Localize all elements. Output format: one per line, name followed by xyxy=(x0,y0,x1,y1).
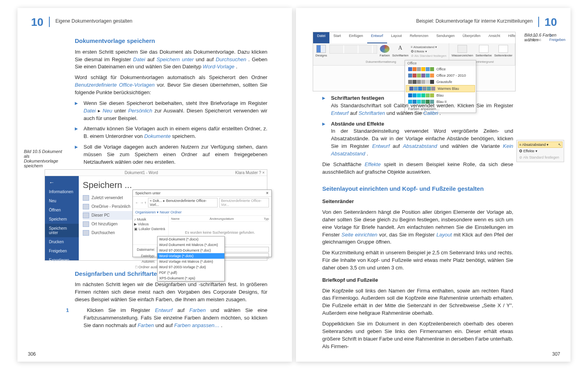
page-borders-button[interactable]: Seitenränder xyxy=(494,45,512,57)
running-head-right: Beispiel: Dokumentvorlage für interne Ku… xyxy=(310,17,557,28)
ribbon-tab[interactable]: Hilfe xyxy=(504,32,519,43)
set-as-default-button: ⊘ Als Standard festlegen xyxy=(518,154,563,161)
screenshot-save-as: Dokument1 - Word Klara Muster ? × ← Info… xyxy=(45,169,267,261)
ribbon-tab[interactable]: Entwurf xyxy=(367,32,387,43)
ribbon-tab[interactable]: Start xyxy=(329,32,345,43)
backstage-item[interactable]: Speichern xyxy=(45,215,79,224)
backstage-item[interactable]: Drucken xyxy=(45,237,79,246)
list-item: Soll die Vorlage dagegen auch anderen Nu… xyxy=(75,143,267,166)
effects-button[interactable]: ✪ Effekte ▾ xyxy=(518,148,563,154)
close-icon[interactable]: ✕ xyxy=(266,191,269,195)
book-spread: 10 Eigene Dokumentvorlagen gestalten Dok… xyxy=(0,0,588,370)
ribbon-tab[interactable]: Layout xyxy=(387,32,406,43)
backstage-item[interactable]: Exportieren xyxy=(45,256,79,265)
dialog-titlebar: Speichern unter✕ xyxy=(133,190,271,197)
breadcrumb-bar: ← → ↑ « Dok... ▸ Benutzerdefinierte Offi… xyxy=(133,197,271,209)
page-color-button[interactable]: Seitenfarbe xyxy=(475,45,492,57)
paragraph: Die Kopfzeile soll links den Namen der F… xyxy=(322,287,513,317)
screenshot-spacing-buttons: ≡ Absatzabstand ▾↖ ✪ Effekte ▾ ⊘ Als Sta… xyxy=(516,140,564,162)
paragraph: Die Kurzmitteilung erhält in unserem Bei… xyxy=(322,249,513,272)
heading-page-layout: Seitenlayout einrichten und Kopf- und Fu… xyxy=(322,184,513,193)
list-item: Wenn Sie diesen Speicherort beibehalten,… xyxy=(75,100,267,122)
heading-save-template: Dokumentvorlage speichern xyxy=(75,37,267,45)
style-gallery[interactable] xyxy=(329,45,377,54)
header-rule xyxy=(49,17,50,27)
panel-title: Speichern ... xyxy=(83,180,263,190)
content-left: Dokumentvorlage speichern Im ersten Schr… xyxy=(75,37,267,166)
running-head-left: 10 Eigene Dokumentvorlagen gestalten xyxy=(31,17,278,28)
paragraph: Word schlägt für Dokumentvorlagen automa… xyxy=(75,74,267,97)
paragraph: Im nächsten Schritt legen wir die Design… xyxy=(75,281,267,304)
filetype-option[interactable]: Word 97-2003-Dokument (*.doc) xyxy=(158,248,224,253)
running-title: Eigene Dokumentvorlagen gestalten xyxy=(55,17,132,24)
filetype-option[interactable]: Word-Dokument (*.docx) xyxy=(158,236,224,242)
backstage-sidebar: ← InformationenNeuÖffnenSpeichernSpeiche… xyxy=(45,176,79,260)
color-theme-item[interactable]: Office 2007 - 2010 xyxy=(405,72,476,79)
dialog-toolbar[interactable]: Organisieren ▾ Neuer Ordner xyxy=(133,209,271,216)
ribbon-tab[interactable]: Referenzen xyxy=(406,32,432,43)
margin-caption-10-5: Bild 10.5 Dokument als Dokumentvorlage s… xyxy=(24,149,64,168)
ribbon-tabs[interactable]: DateiStartEinfügenEntwurfLayoutReferenze… xyxy=(313,32,515,43)
list-item: Abstände und Effekte In der Standardeins… xyxy=(322,120,513,158)
list-item: Alternativ können Sie Vorlagen auch in e… xyxy=(75,125,267,140)
running-title: Beispiel: Dokumentvorlage für interne Ku… xyxy=(416,17,533,24)
color-theme-item[interactable]: Warmes Blau xyxy=(406,85,475,92)
paragraph: Doppelklicken Sie im Dokument in den Kop… xyxy=(322,320,513,350)
watermark-button[interactable]: Wasserzeichen xyxy=(452,45,473,57)
backstage-item[interactable]: Speichern unter xyxy=(45,224,79,237)
page-left: 10 Eigene Dokumentvorlagen gestalten Dok… xyxy=(18,8,292,362)
designs-button[interactable]: Designs xyxy=(315,45,327,57)
backstage-item[interactable]: Neu xyxy=(45,196,79,205)
fonts-button[interactable]: ASchriftarten xyxy=(392,45,409,57)
filetype-option[interactable]: Word-Vorlage (*.dotx) xyxy=(158,253,224,259)
spacing-effects-links[interactable]: ≡ Absatzabstand ▾ ✪ Effekte ▾ ⊘ Als Stan… xyxy=(411,45,446,58)
backstage-item[interactable]: Öffnen xyxy=(45,205,79,215)
colors-button[interactable]: Farben xyxy=(380,45,389,57)
page-number: 306 xyxy=(28,351,36,357)
paragraph-spacing-button[interactable]: ≡ Absatzabstand ▾↖ xyxy=(518,141,563,148)
tree-item[interactable]: ▣ Lokaler Datenträ xyxy=(134,227,167,231)
backstage-item[interactable]: Freigeben xyxy=(45,246,79,256)
bullet-list: Wenn Sie diesen Speicherort beibehalten,… xyxy=(75,100,267,166)
paragraph: Im ersten Schritt speichern Sie das Doku… xyxy=(75,48,267,71)
screenshot-ribbon-colors: DateiStartEinfügenEntwurfLayoutReferenze… xyxy=(313,32,516,91)
tree-item[interactable]: ♪ Musik xyxy=(134,217,167,222)
ribbon-tab[interactable]: Sendungen xyxy=(432,32,459,43)
filetype-option[interactable]: Word 97-2003-Vorlage (*.dot) xyxy=(158,264,224,270)
back-arrow-icon[interactable]: ← xyxy=(45,178,79,187)
color-theme-item[interactable]: Office xyxy=(405,66,476,72)
share-button[interactable]: ⇪ Freigeben xyxy=(545,32,570,43)
ribbon-tab[interactable]: Überprüfen xyxy=(459,32,485,43)
ribbon-tab[interactable]: Ansicht xyxy=(485,32,504,43)
subheading-margins: Seitenränder xyxy=(322,198,513,205)
page-right: Beispiel: Dokumentvorlage für interne Ku… xyxy=(296,8,570,362)
filetype-option[interactable]: Word Dokument mit Makros (*.docm) xyxy=(158,242,224,248)
filetype-option[interactable]: Word Vorlage mit Makros (*.dotm) xyxy=(158,259,224,264)
filetype-dropdown[interactable]: Word-Dokument (*.docx)Word Dokument mit … xyxy=(157,236,225,281)
filetype-option[interactable]: XPS-Dokument (*.xps) xyxy=(158,275,224,281)
header-rule xyxy=(538,17,539,27)
list-item: Schriftarten festlegen Als Standardschri… xyxy=(322,95,513,117)
color-theme-item[interactable]: Graustufe xyxy=(405,79,476,85)
step-item: 1 Klicken Sie im Register Entwurf auf Fa… xyxy=(75,307,267,329)
ribbon-tab[interactable]: Datei xyxy=(313,32,329,43)
chapter-number: 10 xyxy=(545,17,557,28)
filetype-option[interactable]: PDF (*.pdf) xyxy=(158,270,224,275)
paragraph: Von den Seitenrändern hängt die Position… xyxy=(322,209,513,246)
subheading-header-footer: Briefkopf und Fußzeile xyxy=(322,277,513,284)
chapter-number: 10 xyxy=(31,17,43,28)
backstage-item[interactable]: Informationen xyxy=(45,187,79,196)
page-number: 307 xyxy=(552,351,560,357)
bullet-list: Schriftarten festlegen Als Standardschri… xyxy=(322,95,513,158)
window-titlebar: Dokument1 - Word Klara Muster ? × xyxy=(45,170,267,176)
tree-item[interactable]: ▶ Videos xyxy=(134,222,167,227)
paragraph: Die Schaltfläche Effekte spielt in diese… xyxy=(322,161,513,176)
ribbon-tab[interactable]: Einfügen xyxy=(345,32,367,43)
content-right: Schriftarten festlegen Als Standardschri… xyxy=(322,95,513,350)
